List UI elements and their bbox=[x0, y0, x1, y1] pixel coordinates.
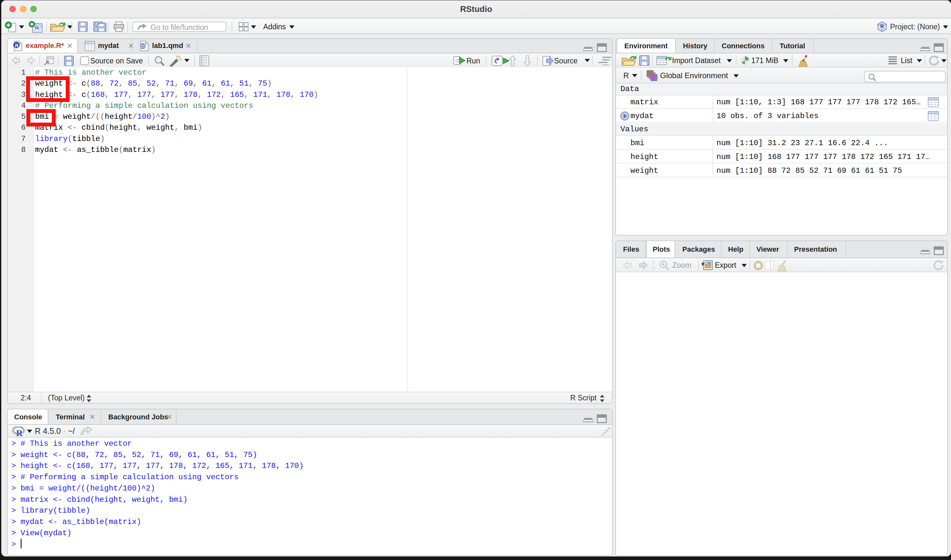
svg-text:R: R bbox=[880, 23, 884, 29]
svg-text:R: R bbox=[16, 428, 23, 437]
svg-text:R: R bbox=[35, 25, 39, 30]
svg-text:R: R bbox=[15, 43, 19, 48]
